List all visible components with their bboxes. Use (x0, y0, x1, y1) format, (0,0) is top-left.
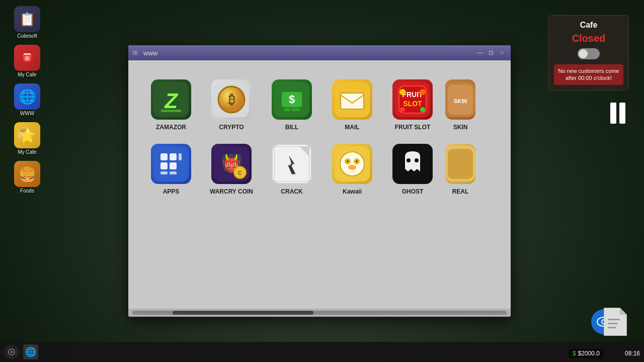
svg-rect-36 (170, 153, 177, 160)
cafe-notification: No new customers come after 00:00 o'cloc… (554, 64, 623, 85)
minimize-button[interactable]: — (475, 49, 485, 57)
document-icon (604, 308, 627, 336)
svg-point-61 (11, 351, 13, 353)
cafe-panel: Cafe Closed No new customers come after … (548, 15, 629, 90)
sidebar-item-foods[interactable]: 🍔 Foods (5, 159, 50, 196)
document-button[interactable] (604, 308, 629, 338)
app-zamazor[interactable]: Z ZAMAZOR (143, 75, 199, 135)
app-mail[interactable]: MAIL (325, 75, 380, 135)
app-fruitslot[interactable]: FRUIT SLOT FRUIT SLOT (385, 75, 440, 135)
browser-icon: ⊞ (132, 49, 140, 57)
app-warcry[interactable]: 👹 C WARCRY COIN (204, 140, 259, 199)
sidebar-item-www[interactable]: 🌐 WWW (5, 81, 50, 118)
app-label: FRUIT SLOT (395, 124, 431, 131)
sidebar-item-label: My Cafe (18, 149, 36, 155)
skin-icon: SKIN (445, 79, 475, 120)
svg-text:₿: ₿ (228, 93, 235, 107)
app-label: MAIL (345, 124, 359, 131)
svg-rect-19 (284, 108, 290, 111)
app-label: SKIN (453, 124, 468, 131)
svg-point-29 (400, 107, 405, 112)
sidebar-item-label: Cutiesoft (17, 33, 37, 39)
svg-point-30 (420, 107, 425, 112)
taskbar-system-icon[interactable] (4, 344, 19, 359)
svg-marker-7 (620, 308, 627, 315)
app-label: ZAMAZOR (156, 124, 186, 131)
svg-rect-40 (160, 171, 168, 174)
www-icon: 🌐 (14, 83, 40, 110)
sidebar-item-label: My Cafe (18, 72, 36, 77)
real-icon (445, 144, 475, 184)
browser-title: www (143, 49, 472, 57)
app-label: BILL (285, 124, 299, 131)
crack-icon (272, 144, 312, 184)
app-label: Kawaii (343, 188, 362, 195)
cutiesoft-icon: 📋 (14, 6, 40, 32)
app-label: REAL (452, 188, 469, 195)
browser-titlebar[interactable]: ⊞ www — ⊡ ✕ (128, 45, 511, 60)
app-label: CRYPTO (219, 124, 244, 131)
svg-point-2 (25, 56, 30, 61)
sidebar-item-mycafe2[interactable]: ☕ ⭐ My Cafe (5, 120, 50, 157)
svg-rect-8 (608, 319, 620, 320)
sidebar-item-label: Foods (20, 188, 34, 194)
app-crack[interactable]: CRACK (264, 140, 319, 199)
mail-icon (332, 79, 372, 120)
svg-text:$: $ (289, 93, 295, 106)
kawaii-icon (332, 144, 372, 184)
pause-button[interactable] (607, 101, 629, 126)
svg-point-49 (340, 152, 364, 176)
svg-rect-37 (179, 153, 182, 160)
taskbar-time: 08:16 (625, 350, 640, 357)
app-label: WARCRY COIN (210, 188, 253, 195)
app-label: APPS (163, 188, 180, 195)
app-grid: Z ZAMAZOR (138, 70, 501, 204)
svg-point-53 (347, 160, 349, 162)
svg-text:SKIN: SKIN (454, 98, 467, 104)
svg-text:SLOT: SLOT (403, 100, 422, 108)
svg-rect-38 (160, 162, 168, 169)
taskbar-money: $ $2000.0 (569, 349, 604, 358)
money-amount: $2000.0 (578, 350, 600, 357)
svg-point-57 (415, 158, 419, 162)
app-bill[interactable]: $ BILL (264, 75, 319, 135)
money-symbol: $ (573, 350, 576, 357)
svg-point-54 (356, 160, 358, 162)
taskbar-globe-icon[interactable]: 🌐 (23, 344, 38, 359)
svg-rect-10 (608, 327, 616, 328)
svg-rect-22 (341, 93, 364, 109)
browser-content: Z ZAMAZOR (128, 60, 511, 309)
browser-scrollbar[interactable] (128, 309, 511, 317)
taskbar: 🌐 $ $2000.0 08:16 (0, 342, 644, 362)
svg-point-28 (420, 89, 426, 95)
app-crypto[interactable]: ₿ CRYPTO (204, 75, 259, 135)
svg-rect-9 (608, 323, 618, 324)
mycafe-icon (14, 45, 40, 71)
app-label: GHOST (402, 188, 424, 195)
app-apps[interactable]: APPS (143, 140, 199, 199)
svg-rect-39 (170, 162, 177, 169)
close-button[interactable]: ✕ (498, 49, 507, 57)
app-skin[interactable]: SKIN SKIN (445, 75, 475, 135)
scrollbar-track (132, 311, 507, 315)
scrollbar-thumb (173, 311, 313, 315)
sidebar: 📋 Cutiesoft My Cafe 🌐 WWW ☕ ⭐ My Cafe 🍔 (0, 0, 54, 342)
app-ghost[interactable]: GHOST (385, 140, 440, 199)
sidebar-item-mycafe[interactable]: My Cafe (5, 43, 50, 79)
warcry-icon: 👹 C (211, 144, 252, 184)
svg-point-27 (399, 89, 406, 95)
restore-button[interactable]: ⊡ (487, 49, 496, 57)
browser-window: ⊞ www — ⊡ ✕ Z ZAMAZOR (128, 45, 511, 317)
svg-point-52 (348, 165, 356, 170)
svg-point-56 (407, 158, 411, 162)
foods-icon: 🍔 (14, 161, 40, 187)
svg-rect-1 (24, 53, 31, 55)
cafe-status: Closed (554, 33, 623, 44)
svg-text:C: C (238, 170, 242, 176)
ghost-icon (392, 144, 433, 184)
app-kawaii[interactable]: Kawaii (325, 140, 380, 199)
crypto-icon: ₿ (211, 79, 252, 120)
app-real[interactable]: REAL (445, 140, 475, 199)
sidebar-item-cutiesoft[interactable]: 📋 Cutiesoft (5, 4, 50, 41)
cafe-toggle[interactable] (578, 48, 600, 59)
